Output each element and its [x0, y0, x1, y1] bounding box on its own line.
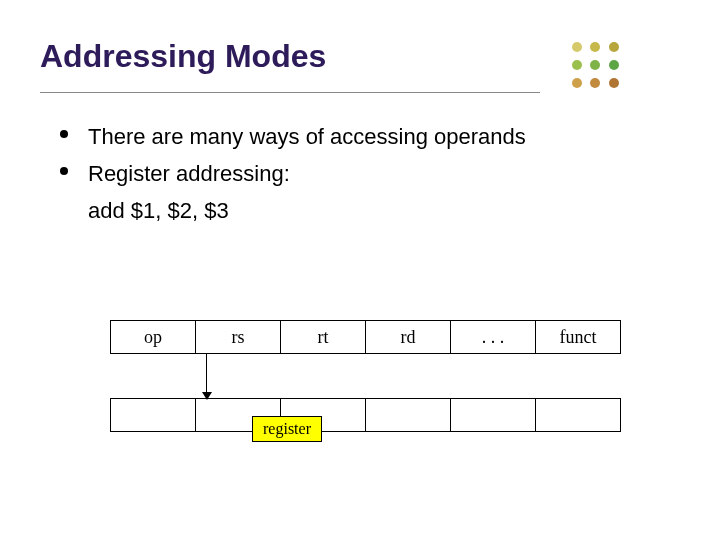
- dot-icon: [609, 42, 619, 52]
- dot-icon: [590, 60, 600, 70]
- instruction-fields-row: op rs rt rd . . . funct: [110, 320, 621, 354]
- dot-icon: [572, 78, 582, 88]
- bullet-item: Register addressing:: [60, 157, 526, 190]
- dot-icon: [609, 60, 619, 70]
- decorative-dot-grid: [570, 40, 621, 94]
- body-text: There are many ways of accessing operand…: [60, 120, 526, 227]
- field-funct: funct: [536, 321, 621, 354]
- dot-icon: [609, 78, 619, 88]
- dot-icon: [590, 78, 600, 88]
- register-file-bank: [110, 398, 621, 432]
- code-example: add $1, $2, $3: [88, 194, 526, 227]
- register-slot: [451, 399, 536, 432]
- field-rt: rt: [281, 321, 366, 354]
- page-title: Addressing Modes: [40, 38, 326, 75]
- field-rd: rd: [366, 321, 451, 354]
- dot-icon: [572, 60, 582, 70]
- arrow-down-icon: [206, 353, 207, 399]
- instruction-format-diagram: op rs rt rd . . . funct: [110, 320, 621, 354]
- bullet-item: There are many ways of accessing operand…: [60, 120, 526, 153]
- field-op: op: [111, 321, 196, 354]
- dot-icon: [572, 42, 582, 52]
- register-label-box: register: [252, 416, 322, 442]
- title-underline: [40, 92, 540, 93]
- dot-icon: [590, 42, 600, 52]
- field-rs: rs: [196, 321, 281, 354]
- register-slot: [111, 399, 196, 432]
- field-shamt: . . .: [451, 321, 536, 354]
- register-slot: [536, 399, 621, 432]
- register-slot: [366, 399, 451, 432]
